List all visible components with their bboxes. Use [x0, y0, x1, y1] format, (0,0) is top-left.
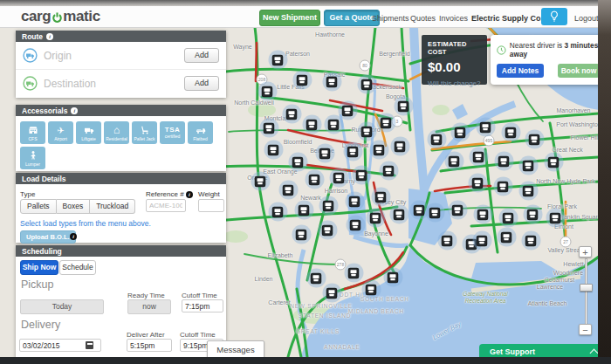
nav-link-invoices[interactable]: Invoices — [439, 14, 468, 23]
truck-marker[interactable] — [328, 119, 340, 130]
truck-marker[interactable] — [374, 144, 385, 155]
reference-input[interactable] — [146, 199, 186, 212]
truck-marker[interactable] — [395, 141, 406, 152]
info-icon[interactable]: i — [186, 191, 193, 198]
info-icon[interactable]: i — [71, 107, 78, 114]
truck-marker[interactable] — [366, 284, 377, 295]
load-type-boxes[interactable]: Boxes — [57, 199, 91, 214]
truck-marker[interactable] — [326, 287, 338, 299]
calendar-icon[interactable] — [86, 341, 93, 349]
tab-schedule[interactable]: Schedule — [59, 260, 96, 275]
truck-marker[interactable] — [348, 267, 360, 278]
accessorial-residential[interactable]: ⌂Residential — [104, 121, 129, 144]
deliver-after-input[interactable] — [127, 339, 172, 352]
truck-marker[interactable] — [361, 79, 373, 90]
zoom-slider-track[interactable] — [585, 258, 587, 325]
accessorial-cfs[interactable]: CFS — [20, 121, 45, 144]
truck-marker[interactable] — [550, 212, 561, 223]
truck-marker[interactable] — [429, 207, 441, 218]
truck-marker[interactable] — [375, 191, 387, 203]
will-this-change-link[interactable]: Will this change? — [428, 79, 481, 87]
truck-marker[interactable] — [311, 272, 322, 284]
pickup-date-button[interactable]: Today — [20, 299, 104, 314]
truck-marker[interactable] — [262, 86, 273, 97]
new-shipment-button[interactable]: New Shipment — [259, 10, 320, 26]
add-notes-button[interactable]: Add Notes — [497, 64, 544, 78]
truck-marker[interactable] — [523, 185, 534, 196]
nav-link-shipments[interactable]: Shipments — [372, 14, 409, 23]
truck-marker[interactable] — [473, 151, 484, 162]
truck-marker[interactable] — [361, 126, 373, 137]
truck-marker[interactable] — [477, 235, 488, 246]
truck-marker[interactable] — [452, 204, 463, 216]
truck-marker[interactable] — [350, 219, 361, 230]
truck-marker[interactable] — [449, 155, 460, 167]
zoom-slider-handle[interactable] — [580, 284, 593, 292]
upload-bol-button[interactable]: Upload B.O.L. — [20, 230, 76, 244]
truck-marker[interactable] — [472, 177, 484, 189]
truck-marker[interactable] — [356, 169, 367, 181]
truck-marker[interactable] — [322, 224, 333, 236]
zoom-out-button[interactable]: − — [579, 324, 592, 335]
account-menu[interactable]: Electric Supply Co.▾ — [471, 14, 548, 23]
truck-marker[interactable] — [455, 127, 466, 138]
truck-marker[interactable] — [296, 229, 307, 240]
truck-marker[interactable] — [319, 148, 331, 159]
truck-marker[interactable] — [286, 108, 298, 120]
truck-marker[interactable] — [283, 184, 294, 196]
accessorial-lumper[interactable]: Lumper — [20, 147, 45, 169]
truck-marker[interactable] — [272, 54, 284, 65]
truck-marker[interactable] — [323, 200, 334, 211]
truck-marker[interactable] — [477, 209, 489, 220]
truck-marker[interactable] — [347, 146, 359, 157]
info-icon[interactable]: i — [70, 233, 77, 240]
weight-input[interactable] — [198, 199, 224, 212]
idea-lightbulb-button[interactable] — [541, 8, 567, 25]
load-type-truckload[interactable]: Truckload — [90, 199, 135, 214]
truck-marker[interactable] — [264, 122, 275, 134]
truck-marker[interactable] — [523, 160, 534, 171]
zoom-in-button[interactable]: + — [579, 246, 592, 258]
accessorial-certified[interactable]: TSAcertified — [160, 121, 185, 144]
accessorial-flatbed[interactable]: Flatbed — [188, 121, 213, 144]
truck-marker[interactable] — [442, 235, 453, 246]
truck-marker[interactable] — [333, 172, 345, 183]
accessorial-liftgate[interactable]: Liftgate — [76, 121, 101, 144]
ready-time-button[interactable]: now — [127, 299, 171, 314]
truck-marker[interactable] — [388, 271, 399, 283]
truck-marker[interactable] — [394, 209, 405, 220]
tab-ship-now[interactable]: Ship Now — [20, 260, 58, 275]
truck-marker[interactable] — [370, 212, 381, 223]
truck-marker[interactable] — [498, 181, 509, 192]
cargomatic-logo[interactable]: carg matic — [21, 8, 100, 25]
truck-marker[interactable] — [349, 196, 360, 207]
add-origin-button[interactable]: Add — [184, 48, 219, 63]
truck-marker[interactable] — [527, 209, 539, 220]
truck-marker[interactable] — [383, 165, 395, 176]
truck-marker[interactable] — [342, 105, 354, 116]
truck-marker[interactable] — [299, 204, 310, 216]
book-now-button[interactable]: Book now — [558, 64, 600, 78]
truck-marker[interactable] — [255, 175, 266, 187]
add-destination-button[interactable]: Add — [184, 76, 219, 91]
truck-marker[interactable] — [414, 204, 425, 216]
logout-link[interactable]: Logout — [574, 14, 599, 23]
truck-marker[interactable] — [498, 155, 510, 167]
truck-marker[interactable] — [306, 119, 318, 130]
truck-marker[interactable] — [431, 134, 443, 145]
truck-marker[interactable] — [529, 134, 540, 145]
truck-marker[interactable] — [297, 74, 308, 86]
truck-marker[interactable] — [501, 231, 512, 243]
truck-marker[interactable] — [548, 156, 560, 168]
truck-marker[interactable] — [381, 117, 392, 128]
load-type-pallets[interactable]: Pallets — [20, 199, 57, 214]
truck-marker[interactable] — [292, 156, 304, 168]
accessorial-pallet-jack[interactable]: Pallet Jack — [132, 121, 157, 144]
truck-marker[interactable] — [272, 206, 284, 217]
truck-marker[interactable] — [525, 235, 537, 246]
truck-marker[interactable] — [398, 100, 409, 112]
truck-marker[interactable] — [309, 174, 320, 185]
truck-marker[interactable] — [503, 212, 514, 223]
pickup-cutoff-input[interactable] — [182, 299, 223, 312]
nav-link-quotes[interactable]: Quotes — [410, 14, 436, 23]
